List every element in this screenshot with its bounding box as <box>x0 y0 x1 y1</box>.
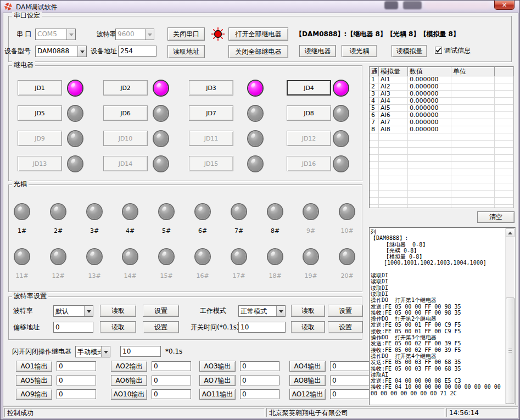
table-header-cell[interactable]: 通 <box>370 67 379 76</box>
ao-output-button[interactable]: AO4输出 <box>289 361 326 372</box>
close-port-button[interactable]: 关闭串口 <box>167 27 205 41</box>
open-all-relays-button[interactable]: 打开全部继电器 <box>228 27 288 41</box>
scrollbar-thumb[interactable] <box>506 298 515 404</box>
flash-mode-combo[interactable]: 手动模式 <box>75 346 110 357</box>
device-model-combo-arrow[interactable] <box>77 46 86 57</box>
offset-address-input[interactable] <box>53 322 93 333</box>
ao-output-button[interactable]: AO5输出 <box>16 375 52 386</box>
relay-button[interactable]: JD4 <box>287 80 331 96</box>
table-cell <box>379 183 408 191</box>
relay-button[interactable]: JD11 <box>189 131 233 146</box>
ao-value-input[interactable] <box>152 376 191 385</box>
ao-output-button[interactable]: AO8输出 <box>289 375 326 386</box>
relay-button[interactable]: JD7 <box>189 105 233 121</box>
table-cell <box>379 205 408 208</box>
read-address-button[interactable]: 读取地址 <box>167 45 205 58</box>
ao-value-input[interactable] <box>240 376 279 385</box>
table-header-cell[interactable]: 模拟量 <box>379 67 408 76</box>
table-cell: AI5 <box>379 105 408 112</box>
log-scrollbar[interactable] <box>505 228 515 404</box>
ao-output-button[interactable]: AO1输出 <box>16 361 52 372</box>
ao-value-input[interactable] <box>330 376 370 385</box>
switch-time-input[interactable] <box>238 322 286 333</box>
log-line: 00 00 00 00 00 00 00 71 2C <box>371 390 505 396</box>
relay-button[interactable]: JD16 <box>287 156 331 171</box>
set-offset-button[interactable]: 设置 <box>143 321 179 333</box>
ao-output-button[interactable]: AO7输出 <box>199 375 236 386</box>
table-cell: AI3 <box>379 91 408 98</box>
ao-value-input[interactable] <box>240 389 279 399</box>
set-switchtime-button[interactable]: 设置 <box>328 321 363 333</box>
read-switchtime-button[interactable]: 读取 <box>291 321 325 333</box>
relay-button[interactable]: JD13 <box>18 156 62 171</box>
relay-button[interactable]: JD15 <box>189 156 233 171</box>
relay-button[interactable]: JD12 <box>287 131 331 146</box>
table-row: 7AI70.000000 <box>370 119 513 126</box>
ao-value-input[interactable] <box>330 361 370 371</box>
relay-button[interactable]: JD5 <box>18 105 62 121</box>
read-offset-button[interactable]: 读取 <box>100 321 136 333</box>
relay-button[interactable]: JD10 <box>103 131 148 146</box>
port-combo[interactable]: COM5 <box>35 29 76 40</box>
set-workmode-button[interactable]: 设置 <box>328 305 363 317</box>
device-address-input[interactable] <box>118 46 156 57</box>
table-row-empty <box>370 205 513 208</box>
relay-button[interactable]: JD1 <box>18 80 62 96</box>
opto-led-icon <box>87 249 102 264</box>
read-relay-button[interactable]: 读继电器 <box>299 45 336 57</box>
ao-output-button[interactable]: AO6输出 <box>111 375 147 386</box>
ao-output-button[interactable]: AO9输出 <box>16 389 52 400</box>
flash-mode-combo-arrow[interactable] <box>101 346 110 357</box>
set-baud-button[interactable]: 设置 <box>143 305 179 317</box>
read-workmode-button[interactable]: 读取 <box>291 305 325 317</box>
ao-output-button[interactable]: AO2输出 <box>111 361 147 372</box>
port-combo-arrow[interactable] <box>66 29 75 40</box>
clear-log-button[interactable]: 清空 <box>477 211 515 223</box>
baudrate-combo-arrow[interactable] <box>145 29 154 40</box>
read-analog-button[interactable]: 读模拟量 <box>392 45 427 57</box>
work-mode-combo-arrow[interactable] <box>276 306 285 316</box>
table-cell <box>451 83 495 91</box>
title-bar[interactable]: DAM调试软件 ✕ <box>1 1 519 13</box>
baud-set-combo-arrow[interactable] <box>84 306 93 316</box>
ao-value-input[interactable] <box>152 361 191 371</box>
debug-log-box[interactable]: 列【DAM0888】: 【继电器 0-8】 【光耦 0-8】 【模拟量 0-8】… <box>369 227 516 405</box>
ao-value-input[interactable] <box>57 389 96 399</box>
flash-time-input[interactable] <box>120 346 161 357</box>
ao-output-button[interactable]: AO11输出 <box>199 389 236 400</box>
debug-info-checkbox[interactable] <box>435 47 442 54</box>
ao-output-button[interactable]: AO12输出 <box>289 389 326 400</box>
ao-value-input[interactable] <box>57 361 96 371</box>
table-cell <box>408 155 451 162</box>
table-header-cell[interactable]: 单位 <box>451 67 495 76</box>
ao-output-button[interactable]: AO10输出 <box>111 389 147 400</box>
log-line: 接收:FE 05 00 01 FF 00 C9 F5 <box>371 328 505 334</box>
ao-value-input[interactable] <box>152 389 191 399</box>
close-button[interactable]: ✕ <box>494 1 515 10</box>
device-model-combo[interactable]: DAM0888 <box>35 46 87 57</box>
table-header-cell[interactable]: 数值 <box>408 67 451 76</box>
close-all-relays-button[interactable]: 关闭全部继电器 <box>228 45 288 58</box>
ao-value-input[interactable] <box>330 389 370 399</box>
analog-table[interactable]: 通模拟量数值单位1AI10.0000002AI20.0000003AI30.00… <box>369 66 514 208</box>
ao-output-button[interactable]: AO3输出 <box>199 361 236 372</box>
relay-button[interactable]: JD8 <box>287 105 331 121</box>
table-row-empty <box>370 162 513 169</box>
ao-value-input[interactable] <box>57 376 96 385</box>
opto-led-icon <box>340 249 354 264</box>
read-baud-button[interactable]: 读取 <box>100 305 136 317</box>
relay-button[interactable]: JD14 <box>103 156 148 171</box>
ao-value-input[interactable] <box>240 361 279 371</box>
relay-button[interactable]: JD3 <box>189 80 233 96</box>
chevron-down-icon <box>279 310 283 315</box>
table-cell <box>451 155 495 162</box>
relay-button[interactable]: JD9 <box>18 131 62 146</box>
read-opto-button[interactable]: 读光耦 <box>342 45 377 57</box>
table-cell: AI6 <box>379 112 408 119</box>
relay-button[interactable]: JD6 <box>103 105 148 121</box>
baudrate-combo[interactable]: 9600 <box>115 29 154 40</box>
relay-button[interactable]: JD2 <box>103 80 148 96</box>
baud-set-combo[interactable]: 默认 <box>53 305 93 317</box>
work-mode-combo[interactable]: 正常模式 <box>238 305 286 317</box>
scrollbar-up-button[interactable] <box>506 228 515 237</box>
